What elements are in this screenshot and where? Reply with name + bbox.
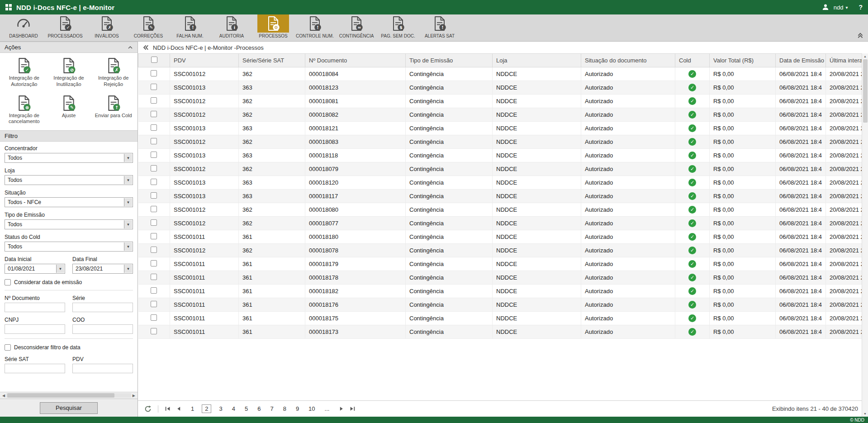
pesquisar-button[interactable]: Pesquisar xyxy=(40,402,98,414)
first-page-button[interactable] xyxy=(164,405,171,412)
toolbar-item-auditoria[interactable]: iAUDITORIA xyxy=(211,14,252,41)
considerar-data-emissao-checkbox[interactable] xyxy=(5,279,11,285)
pdv-input[interactable] xyxy=(72,364,133,373)
table-row[interactable]: SSC001013363000018118ContingênciaNDDCEAu… xyxy=(138,149,868,162)
action-enviar-para-cold[interactable]: ↑Enviar para Cold xyxy=(91,95,136,125)
num-documento-input[interactable] xyxy=(5,303,65,312)
table-row[interactable]: SSC001013363000018121ContingênciaNDDCEAu… xyxy=(138,122,868,135)
loja-select[interactable]: Todos▼ xyxy=(5,175,133,185)
row-checkbox[interactable] xyxy=(151,260,157,266)
row-checkbox[interactable] xyxy=(151,192,157,199)
toolbar-item-correcoes[interactable]: ✎CORREÇÕES xyxy=(128,14,169,41)
row-checkbox[interactable] xyxy=(151,97,157,104)
column-header-valor-total-r[interactable]: Valor Total (R$) xyxy=(710,54,776,67)
row-checkbox[interactable] xyxy=(151,301,157,307)
action-integracao-de-rejeicao[interactable]: ✗Integração de Rejeição xyxy=(91,57,136,88)
action-integracao-de-cancelamento[interactable]: ⊗Integração de cancelamento xyxy=(2,95,47,125)
toolbar-item-falha-num[interactable]: !FALHA NUM. xyxy=(169,14,211,41)
scroll-right-icon[interactable]: ▶ xyxy=(131,394,137,398)
scrollbar-thumb[interactable] xyxy=(7,393,114,398)
table-row[interactable]: SSC001013363000018120ContingênciaNDDCEAu… xyxy=(138,176,868,190)
table-row[interactable]: SSC001012362000018082ContingênciaNDDCEAu… xyxy=(138,108,868,122)
row-checkbox[interactable] xyxy=(151,287,157,294)
collapse-acoes-icon[interactable] xyxy=(128,46,133,49)
column-header-data-de-emissao[interactable]: Data de Emissão xyxy=(776,54,826,67)
scroll-up-icon[interactable]: ▲ xyxy=(863,53,867,59)
serie-sat-input[interactable] xyxy=(5,364,65,373)
row-checkbox[interactable] xyxy=(151,124,157,131)
table-row[interactable]: SSC001012362000018080ContingênciaNDDCEAu… xyxy=(138,203,868,217)
collapse-toolbar-icon[interactable] xyxy=(857,32,863,38)
next-page-button[interactable] xyxy=(337,405,345,412)
page-5-button[interactable]: 5 xyxy=(243,404,250,413)
row-checkbox[interactable] xyxy=(151,152,157,158)
toolbar-item-dashboard[interactable]: DASHBOARD xyxy=(3,14,44,41)
column-header-serie-serie-sat[interactable]: Série/Série SAT xyxy=(239,54,305,67)
toolbar-item-controle-num[interactable]: !CONTROLE NUM. xyxy=(294,14,336,41)
user-menu[interactable]: ndd ▾ xyxy=(834,4,848,11)
toolbar-item-contingencia[interactable]: ≈CONTINGÊNCIA xyxy=(336,14,377,41)
page-ellipsis-button[interactable]: ... xyxy=(323,404,332,413)
row-checkbox[interactable] xyxy=(151,274,157,280)
page-8-button[interactable]: 8 xyxy=(281,404,288,413)
table-row[interactable]: SSC001011361000018176ContingênciaNDDCEAu… xyxy=(138,298,868,312)
table-row[interactable]: SSC001013363000018117ContingênciaNDDCEAu… xyxy=(138,190,868,203)
table-row[interactable]: SSC001012362000018083ContingênciaNDDCEAu… xyxy=(138,135,868,149)
collapse-sidebar-icon[interactable] xyxy=(142,44,149,51)
table-row[interactable]: SSC001011361000018178ContingênciaNDDCEAu… xyxy=(138,271,868,285)
row-checkbox[interactable] xyxy=(151,111,157,117)
table-row[interactable]: SSC001013363000018123ContingênciaNDDCEAu… xyxy=(138,81,868,95)
page-4-button[interactable]: 4 xyxy=(230,404,237,413)
table-row[interactable]: SSC001011361000018173ContingênciaNDDCEAu… xyxy=(138,325,868,339)
page-9-button[interactable]: 9 xyxy=(294,404,301,413)
refresh-button[interactable] xyxy=(143,404,152,413)
page-1-button[interactable]: 1 xyxy=(189,404,196,413)
prev-page-button[interactable] xyxy=(175,405,183,412)
toolbar-item-alertas-sat[interactable]: !ALERTAS SAT xyxy=(419,14,460,41)
scroll-down-icon[interactable]: ▼ xyxy=(863,411,867,417)
action-integracao-de-inutilizacao[interactable]: ⊘Integração de Inutilização xyxy=(47,57,91,88)
column-header-situacao-do-documento[interactable]: Situação do documento xyxy=(581,54,675,67)
row-checkbox[interactable] xyxy=(151,314,157,321)
desconsiderar-filtro-checkbox[interactable] xyxy=(5,344,11,351)
row-checkbox[interactable] xyxy=(151,233,157,239)
data-final-field[interactable]: 23/08/2021 ▼ xyxy=(72,264,133,274)
toolbar-item-processados[interactable]: ✓PROCESSADOS xyxy=(44,14,86,41)
scrollbar-track[interactable] xyxy=(6,393,131,398)
row-checkbox[interactable] xyxy=(151,247,157,253)
column-header-loja[interactable]: Loja xyxy=(493,54,581,67)
select-all-checkbox[interactable] xyxy=(151,57,157,63)
apps-grid-icon[interactable] xyxy=(5,4,12,10)
concentrador-select[interactable]: Todos▼ xyxy=(5,153,133,163)
status-do-cold-select[interactable]: Todos▼ xyxy=(5,242,133,252)
row-checkbox[interactable] xyxy=(151,179,157,185)
row-checkbox[interactable] xyxy=(151,206,157,212)
table-row[interactable]: SSC001011361000018175ContingênciaNDDCEAu… xyxy=(138,312,868,325)
scrollbar-thumb[interactable] xyxy=(863,59,868,123)
row-checkbox[interactable] xyxy=(151,70,157,76)
data-inicial-field[interactable]: 01/08/2021 ▼ xyxy=(5,264,65,274)
table-row[interactable]: SSC001011361000018179ContingênciaNDDCEAu… xyxy=(138,257,868,271)
table-row[interactable]: SSC001012362000018077ContingênciaNDDCEAu… xyxy=(138,217,868,230)
page-10-button[interactable]: 10 xyxy=(307,404,317,413)
table-row[interactable]: SSC001012362000018084ContingênciaNDDCEAu… xyxy=(138,67,868,81)
column-header-pdv[interactable]: PDV xyxy=(170,54,239,67)
toolbar-item-pag-sem-doc[interactable]: $PAG. SEM DOC. xyxy=(377,14,419,41)
situacao-select[interactable]: Todos - NFCe▼ xyxy=(5,197,133,207)
row-checkbox[interactable] xyxy=(151,219,157,226)
page-2-button[interactable]: 2 xyxy=(202,404,211,413)
table-row[interactable]: SSC001012362000018078ContingênciaNDDCEAu… xyxy=(138,244,868,257)
last-page-button[interactable] xyxy=(349,405,356,412)
scroll-left-icon[interactable]: ◀ xyxy=(1,394,6,398)
row-checkbox[interactable] xyxy=(151,165,157,171)
tipo-de-emissao-select[interactable]: Todos▼ xyxy=(5,219,133,229)
column-header-n-documento[interactable]: Nº Documento xyxy=(305,54,406,67)
action-ajuste[interactable]: ✎Ajuste xyxy=(47,95,91,125)
table-row[interactable]: SSC001012362000018081ContingênciaNDDCEAu… xyxy=(138,95,868,108)
cnpj-input[interactable] xyxy=(5,324,65,334)
row-checkbox[interactable] xyxy=(151,328,157,334)
table-row[interactable]: SSC001011361000018180ContingênciaNDDCEAu… xyxy=(138,230,868,244)
serie-input[interactable] xyxy=(72,303,133,312)
page-6-button[interactable]: 6 xyxy=(256,404,262,413)
row-checkbox[interactable] xyxy=(151,84,157,90)
